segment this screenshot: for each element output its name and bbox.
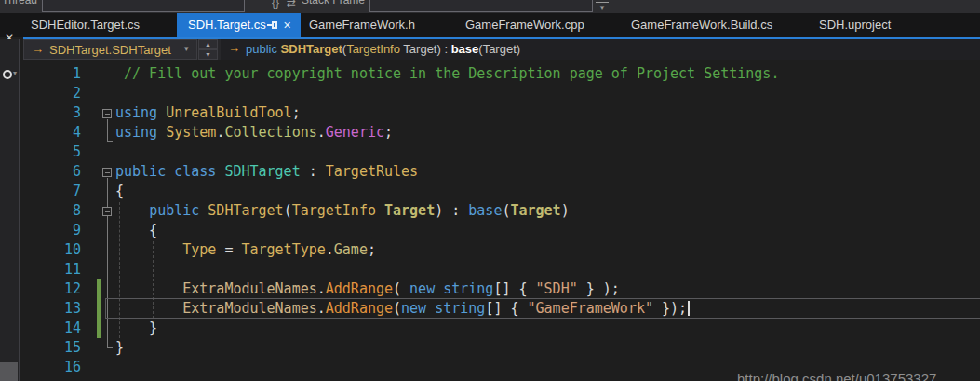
code-line-1[interactable]: // Fill out your copyright notice in the… xyxy=(115,64,779,84)
tab-gameframework-cpp[interactable]: GameFrameWork.cpp xyxy=(465,13,584,37)
member-spinner: ▲ ▼ xyxy=(198,39,218,60)
tab-sdh-uproject[interactable]: SDH.uproject xyxy=(819,13,891,37)
fold-guide-line xyxy=(107,178,108,347)
pin-icon[interactable] xyxy=(267,20,278,30)
line-number[interactable]: 13 xyxy=(37,299,81,319)
code-token xyxy=(157,124,166,141)
nav-arrow-icon: → xyxy=(32,42,44,56)
tab-close-icon[interactable]: ✕ xyxy=(283,13,291,37)
fold-toggle-icon[interactable] xyxy=(102,207,112,216)
thread-combobox[interactable] xyxy=(42,0,245,12)
line-number[interactable]: 1 xyxy=(37,64,81,84)
line-number[interactable]: 3 xyxy=(37,103,81,123)
member-dropdown[interactable]: → public SDHTarget(TargetInfo Target) : … xyxy=(221,39,980,60)
code-line-12[interactable]: ExtraModuleNames.AddRange( new string[] … xyxy=(115,279,620,299)
code-line-8[interactable]: public SDHTarget(TargetInfo Target) : ba… xyxy=(115,201,570,221)
vs-editor-window: Thread {} ⇄ Stack Frame ▾ ✕ SDHEditor.Ta… xyxy=(0,0,980,381)
code-token: : xyxy=(301,163,326,180)
code-token: "GameFrameWork" xyxy=(528,300,653,317)
member-signature-token: public xyxy=(246,42,281,56)
toolbar-overflow-icon[interactable]: ▾ xyxy=(596,2,609,12)
code-token: using xyxy=(115,104,157,121)
code-token: [] { xyxy=(485,300,527,317)
code-token: ; xyxy=(368,241,376,258)
line-number[interactable]: 4 xyxy=(37,123,81,143)
line-number[interactable]: 15 xyxy=(37,338,81,358)
line-number[interactable]: 9 xyxy=(37,221,81,240)
code-token: ( xyxy=(393,280,409,297)
watermark-url: http://blog.csdn.net/u013753327 xyxy=(737,371,936,381)
code-line-3[interactable]: using UnrealBuildTool; xyxy=(115,103,301,123)
line-number[interactable]: 12 xyxy=(37,279,81,299)
line-number[interactable]: 6 xyxy=(37,162,81,182)
code-line-15[interactable]: } xyxy=(115,338,124,358)
text-cursor xyxy=(688,301,690,316)
fold-toggle-icon[interactable] xyxy=(102,168,112,177)
code-line-6[interactable]: public class SDHTarget : TargetRules xyxy=(115,162,418,182)
code-token: SDHTarget xyxy=(224,163,300,180)
code-token: ; xyxy=(384,124,393,141)
code-line-10[interactable]: Type = TargetType.Game; xyxy=(115,240,376,260)
code-token: Collections xyxy=(224,124,316,141)
code-token: TargetInfo xyxy=(292,202,376,219)
code-token: } xyxy=(115,339,124,356)
code-token: ExtraModuleNames xyxy=(182,280,317,297)
code-token: } xyxy=(115,320,157,336)
circle-dropdown-icon[interactable] xyxy=(3,70,12,79)
code-token: } ); xyxy=(578,280,620,297)
code-line-9[interactable]: { xyxy=(115,221,157,240)
code-token: ; xyxy=(292,104,301,121)
line-number[interactable]: 8 xyxy=(37,201,81,221)
code-token: // Fill out your copyright notice in the… xyxy=(115,65,779,82)
code-token: "SDH" xyxy=(536,280,578,297)
code-token: AddRange xyxy=(326,280,393,297)
tab-gameframework-build-cs[interactable]: GameFrameWork.Build.cs xyxy=(631,13,772,37)
type-dropdown[interactable]: → SDHTarget.SDHTarget ▾ xyxy=(23,39,197,60)
fold-toggle-icon[interactable] xyxy=(102,109,112,118)
background-window-strip xyxy=(0,39,19,381)
code-line-14[interactable]: } xyxy=(115,319,157,338)
code-token: Game xyxy=(334,241,368,258)
code-line-13[interactable]: ExtraModuleNames.AddRange(new string[] {… xyxy=(115,299,687,319)
stack-frame-label: Stack Frame xyxy=(302,0,365,7)
chevron-down-icon: ▾ xyxy=(13,69,17,77)
code-token: Target xyxy=(384,202,435,219)
code-token: ( xyxy=(284,202,292,219)
tab-sdh-target-cs-active[interactable]: SDH.Target.cs ✕ xyxy=(177,13,301,37)
background-window-corner xyxy=(0,362,18,381)
line-number[interactable]: 7 xyxy=(37,182,81,201)
active-tab-label: SDH.Target.cs xyxy=(188,13,266,37)
code-token: SDHTarget xyxy=(208,202,283,219)
tab-gameframework-h[interactable]: GameFrameWork.h xyxy=(309,13,415,37)
code-token: public xyxy=(149,202,199,219)
code-token: }); xyxy=(653,300,687,317)
line-number[interactable]: 14 xyxy=(37,319,81,338)
line-number[interactable]: 16 xyxy=(37,358,81,377)
line-number[interactable]: 11 xyxy=(37,260,81,279)
code-token: . xyxy=(326,241,334,258)
line-number[interactable]: 2 xyxy=(37,84,81,103)
spin-down-button[interactable]: ▼ xyxy=(198,49,218,60)
code-token: public xyxy=(115,163,166,180)
code-token xyxy=(426,300,435,317)
code-token: ) : xyxy=(435,202,468,219)
code-token: AddRange xyxy=(326,300,393,317)
code-token: { xyxy=(115,183,124,199)
line-number[interactable]: 5 xyxy=(37,143,81,162)
code-line-4[interactable]: using System.Collections.Generic; xyxy=(115,123,393,143)
stack-frame-combobox[interactable] xyxy=(369,0,593,12)
line-number[interactable]: 10 xyxy=(37,240,81,260)
document-tab-bar: ✕ SDHEditor.Target.cs SDH.Target.cs ✕ Ga… xyxy=(0,13,980,37)
code-editor[interactable]: 12345678910111213141516 // Fill out your… xyxy=(20,60,980,381)
member-signature-token: SDHTarget xyxy=(281,42,342,56)
navigation-bar: → SDHTarget.SDHTarget ▾ ▲ ▼ → public SDH… xyxy=(23,39,980,60)
code-token xyxy=(157,104,166,121)
spin-up-button[interactable]: ▲ xyxy=(198,39,218,49)
swap-arrows-icon: ⇄ xyxy=(287,0,296,9)
code-token: new xyxy=(401,300,426,317)
code-token: Type xyxy=(182,241,216,258)
track-changes-bar xyxy=(97,279,101,338)
code-line-7[interactable]: { xyxy=(115,182,124,201)
tab-sdheditor-target-cs[interactable]: SDHEditor.Target.cs xyxy=(31,13,140,37)
fold-guide-end xyxy=(107,347,113,348)
